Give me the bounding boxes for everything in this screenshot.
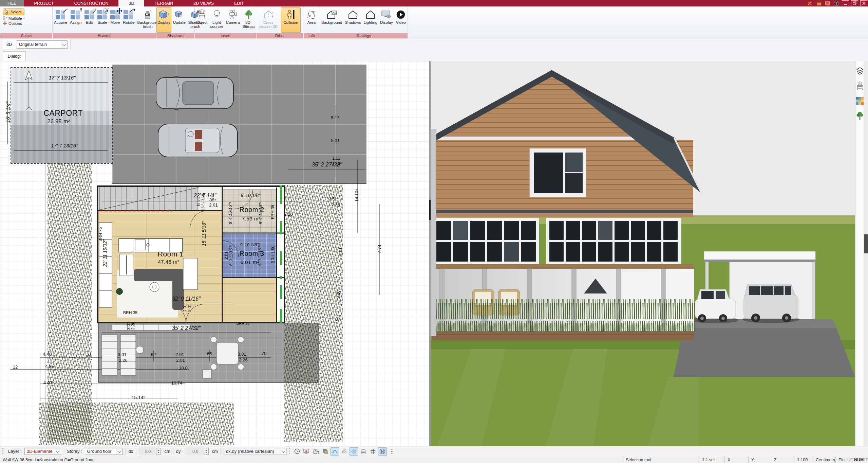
dy-input[interactable]: [187, 448, 204, 455]
display-shadows-button[interactable]: Display: [156, 7, 171, 33]
insert-camera-button[interactable]: Camera: [225, 7, 241, 33]
status-bar: Wall AW 36.5cm L=Konstruktion G=Ground f…: [0, 456, 868, 463]
update-shadows-button[interactable]: Update: [172, 7, 187, 33]
multiple-button[interactable]: Multiple▾: [3, 16, 52, 20]
assign-button[interactable]: Assign: [69, 7, 83, 33]
plan-label: 10.0: [179, 366, 187, 371]
menu-tab[interactable]: PROJECT: [24, 0, 64, 6]
select-button[interactable]: Select: [3, 8, 24, 15]
status-tool: Selection tool: [623, 456, 699, 463]
plan-label: 2.5⁵: [329, 197, 336, 201]
package-icon[interactable]: [815, 1, 822, 6]
layers-panel-icon[interactable]: [855, 66, 864, 76]
plan-label: 62: [151, 352, 156, 357]
minimize-button[interactable]: [842, 0, 849, 6]
plan-label: Room 1: [158, 250, 184, 258]
background-brush-button[interactable]: Background brush: [136, 7, 159, 33]
move-material-button[interactable]: Move: [109, 7, 121, 33]
move-icon: [110, 10, 120, 19]
shadows-settings-button[interactable]: Shadows: [344, 7, 362, 33]
history-clock-button[interactable]: [293, 447, 301, 456]
dx-input[interactable]: [139, 448, 156, 455]
dx-spinner[interactable]: [156, 448, 161, 455]
plan-label: 8' 4 15/16"⁵: [228, 202, 233, 225]
terrain-select[interactable]: Original terrain: [17, 40, 68, 49]
help-icon[interactable]: ?: [833, 1, 840, 6]
menu-tab[interactable]: FILE: [0, 0, 24, 6]
plan-label: BRH 35: [237, 321, 250, 325]
menu-tab[interactable]: EDIT: [224, 0, 254, 6]
hatch-toggle[interactable]: [340, 447, 349, 456]
plan-label: 7.74: [377, 245, 382, 253]
plan-label: 6.01 m²: [241, 259, 259, 265]
display-settings-button[interactable]: Display: [379, 7, 394, 33]
plan-2d-viewport[interactable]: 17' 7 13/16"16' 5 1/4"CARPORT26.95 m²17'…: [0, 61, 429, 446]
view-selector-bar: 3D Original terrain: [0, 39, 868, 51]
menu-tab[interactable]: 3D: [118, 0, 144, 6]
layers-stack-toggle[interactable]: [359, 447, 368, 456]
plan-label: 2.01: [187, 304, 192, 311]
house-section-icon: [263, 10, 273, 19]
more-options-button[interactable]: [388, 447, 396, 456]
cross-section-3d-button[interactable]: Cross section 3D: [257, 7, 280, 33]
toolbar-drag-handle[interactable]: [2, 448, 3, 455]
north-compass-toggle[interactable]: N: [378, 447, 387, 456]
grid-toggle[interactable]: [369, 447, 377, 456]
menu-tab[interactable]: TERRAIN: [144, 0, 183, 6]
chevron-down-icon: [116, 448, 122, 455]
materials-panel-icon[interactable]: [855, 96, 864, 106]
lighting-settings-button[interactable]: Lighting: [363, 7, 378, 33]
layer-select[interactable]: 2D-Elemente: [24, 448, 61, 455]
options-button[interactable]: Options: [3, 21, 52, 25]
dy-spinner[interactable]: [204, 448, 209, 455]
render-3d-viewport[interactable]: [431, 61, 855, 446]
panel-collapse-handle[interactable]: [864, 234, 868, 253]
insert-object-button[interactable]: Object: [195, 7, 208, 33]
plan-label: 8' 4 15/16"⁵: [258, 202, 263, 225]
right-edge-strip: [864, 61, 868, 446]
restore-button[interactable]: [851, 0, 858, 6]
plan-label: 2.56: [332, 202, 340, 207]
close-button[interactable]: [860, 0, 867, 6]
tools-icon[interactable]: [807, 1, 813, 6]
status-x: X:: [724, 456, 748, 463]
scale-material-button[interactable]: Scale: [96, 7, 109, 33]
menu-tab-bar: FILEPROJECTCONSTRUCTION3DTERRAIN2D VIEWS…: [0, 0, 868, 6]
menu-tab[interactable]: 2D VIEWS: [183, 0, 224, 6]
area-button[interactable]: ?Area: [304, 7, 319, 33]
insert-light-source-button[interactable]: Light source▾: [209, 7, 224, 33]
plan-label: 1.01: [338, 247, 343, 255]
plan-label: 70: [262, 351, 266, 356]
plan-label: 2.26: [336, 290, 341, 298]
house-shadow-icon: [348, 10, 358, 19]
plan-label: 2.01: [183, 304, 187, 311]
collision-button[interactable]: Collision: [281, 7, 301, 33]
copy-layers-button[interactable]: [321, 447, 330, 456]
storey-select[interactable]: Ground floor: [85, 448, 123, 455]
objects-panel-icon[interactable]: [855, 81, 864, 91]
group-label-other: Other: [257, 33, 303, 38]
background-settings-button[interactable]: Background: [320, 7, 343, 33]
angle-snap-toggle[interactable]: [331, 447, 339, 456]
edit-material-button[interactable]: Edit: [83, 7, 96, 33]
ribbon-group-info: ?Area: [303, 6, 320, 33]
rotate-material-button[interactable]: Rotate: [122, 7, 136, 33]
menu-tab[interactable]: CONSTRUCTION: [64, 0, 119, 6]
record-video-button[interactable]: [312, 447, 320, 456]
scale-icon: [97, 10, 108, 19]
layer-label: Layer :: [8, 449, 22, 454]
plan-label: 2.26: [239, 357, 247, 362]
group-label-material: Material: [53, 33, 156, 38]
spray-can-icon: [143, 10, 152, 20]
plants-panel-icon[interactable]: [855, 111, 864, 121]
plan-label: 1.14: [332, 162, 340, 166]
screenshot-button[interactable]: [302, 447, 311, 456]
rotate-icon: [124, 10, 134, 19]
chevron-down-icon: [55, 448, 61, 455]
coordinate-mode-select[interactable]: dx,dy (relative cartesian): [224, 448, 287, 455]
acquire-button[interactable]: Acquire: [53, 7, 68, 33]
surface-toggle[interactable]: [350, 447, 358, 456]
video-button[interactable]: Video: [395, 7, 407, 33]
screen-icon[interactable]: [824, 1, 831, 6]
insert-3d-bitmap-button[interactable]: 3D-Bitmap: [242, 7, 256, 33]
